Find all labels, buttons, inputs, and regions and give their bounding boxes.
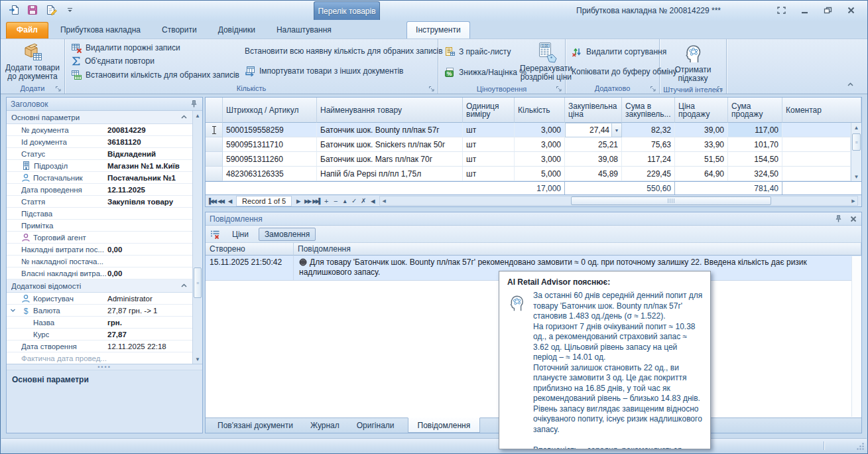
dialog-launcher-icon[interactable] xyxy=(428,86,435,92)
bottom-tab-1[interactable]: Пов'язані документи xyxy=(214,418,297,433)
cell-qty[interactable]: 3,000 xyxy=(515,152,565,167)
scrollbar-thumb[interactable]: ≡ xyxy=(852,133,861,151)
row-indicator[interactable] xyxy=(206,167,223,181)
property-row[interactable]: Власні накладні витра...0,00 xyxy=(7,267,192,279)
editor-value[interactable]: 27,44 xyxy=(566,125,611,135)
scroll-right-icon[interactable]: ▶ xyxy=(849,196,857,205)
dialog-launcher-icon[interactable] xyxy=(556,86,562,92)
clear-messages-icon[interactable] xyxy=(209,228,222,241)
minimize-icon[interactable] xyxy=(797,5,812,16)
cell-qty[interactable]: 3,000 xyxy=(515,137,565,152)
property-row[interactable]: № накладної постача... xyxy=(7,256,192,267)
cell-sale_price[interactable]: 64,90 xyxy=(675,167,728,181)
scroll-up-icon[interactable]: ▲ xyxy=(193,111,202,120)
property-row[interactable]: КористувачAdministrator xyxy=(7,293,192,305)
property-row[interactable]: ПідрозділМагазин №1 м.Київ xyxy=(7,160,192,172)
delete-empty-rows-button[interactable]: Видалити порожні записи xyxy=(68,41,237,54)
cell-barcode[interactable]: 4823063126335 xyxy=(223,167,317,181)
discount-markup-button[interactable]: % Знижка/Націнка % xyxy=(442,66,515,79)
first-record-icon[interactable]: ▐◀◀ xyxy=(207,196,216,206)
close-panel-icon[interactable] xyxy=(849,215,857,223)
cell-comment[interactable] xyxy=(782,152,851,167)
properties-scrollbar[interactable]: ▲ ≡ ▼ xyxy=(192,111,202,364)
cell-barcode[interactable]: 5900951311710 xyxy=(223,137,317,152)
scrollbar-thumb[interactable] xyxy=(571,196,771,205)
qat-customize-icon[interactable] xyxy=(63,3,76,17)
tab-dovidniki[interactable]: Довідники xyxy=(208,22,266,38)
cell-qty[interactable]: 3,000 xyxy=(515,123,565,137)
cell-name[interactable]: Батончик шок. Bounty пл/пак 57г xyxy=(317,123,463,137)
cell-sale_sum[interactable]: 101,70 xyxy=(728,137,782,152)
pin-icon[interactable] xyxy=(834,214,843,223)
property-row[interactable]: Накладні витрати пос...0,00 xyxy=(7,244,192,256)
close-icon[interactable] xyxy=(843,5,858,16)
edit-record-icon[interactable]: ▲ xyxy=(340,196,349,206)
panel-splitter[interactable]: •••• xyxy=(7,364,202,370)
cell-price[interactable]: 25,21 xyxy=(565,137,622,152)
column-header-6[interactable]: Сума в закупівель... xyxy=(622,98,675,123)
cell-comment[interactable] xyxy=(782,137,851,152)
cell-sum[interactable]: 117,24 xyxy=(622,152,675,167)
last-record-icon[interactable]: ▶▶▌ xyxy=(312,196,321,206)
cell-unit[interactable]: шт xyxy=(463,137,515,152)
column-header-9[interactable]: Коментар xyxy=(782,98,861,123)
chevron-down-icon[interactable] xyxy=(10,307,16,313)
scroll-down-icon[interactable]: ▼ xyxy=(851,172,861,181)
property-row[interactable]: № документа200814229 xyxy=(7,124,192,136)
property-row[interactable]: Підстава xyxy=(7,208,192,220)
cell-qty[interactable]: 5,000 xyxy=(515,167,565,181)
scroll-down-icon[interactable]: ▼ xyxy=(193,354,202,364)
dialog-launcher-icon[interactable] xyxy=(717,86,723,92)
cell-barcode[interactable]: 5900951311260 xyxy=(223,152,317,167)
chevron-up-icon[interactable] xyxy=(180,114,188,121)
price-editor[interactable]: 27,44▼ xyxy=(565,123,622,137)
cell-name[interactable]: Напій б/а Pepsi пл/пл 1,75л xyxy=(317,167,463,181)
insert-record-icon[interactable]: + xyxy=(322,196,330,206)
property-row[interactable]: Id документа36181120 xyxy=(7,136,192,148)
import-items-button[interactable]: Імпортувати товари з інших документів xyxy=(242,64,446,78)
property-row[interactable]: Дата створення12.11.2025 22:18 xyxy=(7,340,192,352)
tab-file[interactable]: Файл xyxy=(6,22,48,38)
resize-grip[interactable] xyxy=(856,442,865,451)
column-header-created[interactable]: Створено xyxy=(206,243,294,256)
collapse-ribbon-icon[interactable] xyxy=(845,80,855,89)
bottom-tab-4[interactable]: Повідомлення xyxy=(408,417,481,433)
table-row[interactable]: 4823063126335Напій б/а Pepsi пл/пл 1,75л… xyxy=(206,167,851,181)
property-row[interactable]: Фактична дата провед... xyxy=(7,352,192,364)
cell-price[interactable]: 45,89 xyxy=(565,167,622,181)
prior-page-icon[interactable]: ◀◀ xyxy=(216,196,225,206)
column-header-5[interactable]: Закупівельна ціна xyxy=(565,98,622,123)
cell-name[interactable]: Батончик шок. Snickers пл/пак 50г xyxy=(317,137,463,152)
section-header[interactable]: Основні параметри xyxy=(7,111,192,124)
cancel-edit-icon[interactable]: ✗ xyxy=(359,196,367,206)
grid-horizontal-scrollbar[interactable]: ◀ ▶ xyxy=(379,196,858,206)
merge-duplicates-button[interactable]: Об'єднати повтори xyxy=(68,54,237,68)
cell-sum[interactable]: 75,63 xyxy=(622,137,675,152)
property-row[interactable]: Торговий агент xyxy=(7,232,192,244)
bottom-tab-2[interactable]: Журнал xyxy=(306,418,343,433)
cell-sale_sum[interactable]: 154,50 xyxy=(728,152,782,167)
cell-sum[interactable]: 82,32 xyxy=(622,123,675,137)
column-header-8[interactable]: Сума продажу xyxy=(728,98,782,123)
set-all-available-quantity-button[interactable]: Встановити всю наявну кількість для обра… xyxy=(242,45,446,57)
property-row[interactable]: СтаттяЗакупівля товару xyxy=(7,196,192,208)
tab-instrumenti[interactable]: Інструменти xyxy=(406,21,470,38)
set-quantity-button[interactable]: Встановити кількість для обраних записів xyxy=(68,68,237,82)
column-header-1[interactable]: Штрихкод / Артикул xyxy=(223,98,317,123)
table-row[interactable]: 5900951311710Батончик шок. Snickers пл/п… xyxy=(206,137,851,152)
cell-sale_price[interactable]: 39,00 xyxy=(675,123,728,137)
dialog-launcher-icon[interactable] xyxy=(55,86,62,92)
property-row[interactable]: Курс27,87 xyxy=(7,329,192,340)
cell-name[interactable]: Батончик шок. Mars пл/пак 70г xyxy=(317,152,463,167)
property-row[interactable]: $Валюта27,87 грн. -> 1 xyxy=(7,305,192,317)
property-row[interactable]: СтатусВідкладений xyxy=(7,148,192,160)
scroll-left-icon[interactable]: ◀ xyxy=(380,196,388,205)
row-indicator[interactable] xyxy=(206,152,223,167)
tab-nalashtuvannya[interactable]: Налаштування xyxy=(266,22,342,38)
cell-sale_price[interactable]: 51,50 xyxy=(675,152,728,167)
column-header-3[interactable]: Одиниця виміру xyxy=(463,98,515,123)
fullscreen-icon[interactable] xyxy=(774,5,788,16)
chevron-up-icon[interactable] xyxy=(180,282,188,289)
table-row[interactable]: 5000159558259Батончик шок. Bounty пл/пак… xyxy=(206,123,851,137)
column-header-2[interactable]: Найменування товару xyxy=(317,98,463,123)
